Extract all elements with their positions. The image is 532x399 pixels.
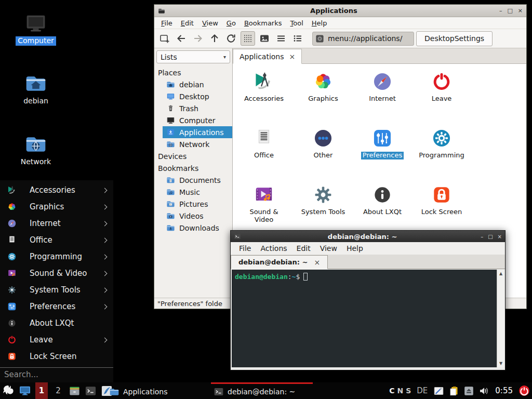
fm-menu-bookmarks[interactable]: Bookmarks [240, 18, 286, 28]
app-folder-preferences[interactable]: Preferences [353, 127, 412, 183]
scroll-up-icon[interactable]: ▲ [499, 271, 502, 276]
fm-titlebar[interactable]: Applications – □ × [154, 5, 526, 17]
sidebar-item-videos[interactable]: Videos [163, 210, 232, 222]
address-bar[interactable]: menu://applications/ [312, 32, 414, 46]
scroll-down-icon[interactable]: ▼ [499, 361, 502, 366]
tree-header-devices[interactable]: Devices [154, 150, 232, 162]
tray-removable-media[interactable] [463, 385, 474, 396]
desktop[interactable]: Computer debian Network Applications – □… [0, 0, 532, 399]
view-compact-button[interactable] [274, 31, 288, 46]
minimize-button[interactable]: – [481, 234, 483, 240]
tray-volume[interactable] [478, 385, 489, 396]
app-folder-leave[interactable]: Leave [412, 70, 471, 127]
app-folder-programming[interactable]: Programming [412, 127, 471, 183]
sidebar-item-music[interactable]: Music [163, 186, 232, 198]
system-tools-icon [7, 285, 17, 295]
sidebar-item-label: Videos [179, 212, 204, 220]
workspace-2[interactable]: 2 [52, 382, 64, 399]
sidebar-item-downloads[interactable]: Downloads [163, 222, 232, 234]
menu-item-label: Sound & Video [30, 269, 87, 278]
sidebar-item-label: debian [179, 81, 204, 89]
sidebar-item-trash[interactable]: Trash [163, 102, 232, 114]
fm-menu-help[interactable]: Help [308, 18, 331, 28]
minimize-button[interactable]: – [499, 7, 502, 14]
back-button[interactable] [174, 31, 189, 46]
terminal-tab[interactable]: debian@debian: ~ × [231, 255, 328, 269]
terminal-scrollbar[interactable]: ▲ ▼ [497, 270, 504, 367]
menu-item-preferences[interactable]: Preferences [0, 298, 113, 315]
app-folder-accessories[interactable]: Accessories [234, 70, 294, 127]
view-icons-button[interactable] [241, 31, 255, 46]
sidebar-item-debian[interactable]: debian [163, 78, 232, 90]
app-folder-other[interactable]: Other [294, 127, 353, 183]
fm-menu-go[interactable]: Go [222, 18, 240, 28]
desktop-icon-network[interactable]: Network [10, 132, 62, 167]
workspace-1[interactable]: 1 [35, 382, 48, 399]
leave-button[interactable] [518, 385, 530, 396]
task-button-0[interactable]: Applications [107, 382, 208, 399]
sidebar-item-pictures[interactable]: Pictures [163, 198, 232, 210]
tab-close-icon[interactable]: × [314, 258, 320, 267]
menu-item-sound-video[interactable]: Sound & Video [0, 265, 113, 282]
tab-close-icon[interactable]: × [289, 52, 296, 61]
launcher-qterminal[interactable] [85, 385, 97, 397]
menu-item-lock-screen[interactable]: Lock Screen [0, 348, 113, 365]
reload-button[interactable] [224, 31, 238, 46]
tree-header-places[interactable]: Places [154, 66, 232, 78]
menu-item-accessories[interactable]: Accessories [0, 182, 113, 198]
terminal-menu-edit[interactable]: Edit [292, 243, 315, 254]
view-detailed-button[interactable] [290, 31, 305, 46]
terminal-titlebar[interactable]: debian@debian: ~ – □ × [231, 231, 505, 242]
terminal-screen[interactable]: debian@debian:~$ [232, 270, 497, 367]
menu-item-internet[interactable]: Internet [0, 215, 113, 232]
app-folder-office[interactable]: Office [234, 127, 294, 183]
terminal-menu-file[interactable]: File [234, 243, 256, 254]
menu-item-office[interactable]: Office [0, 232, 113, 248]
other-icon [312, 127, 335, 150]
menu-item-system-tools[interactable]: System Tools [0, 282, 113, 298]
start-menu-button[interactable] [2, 384, 15, 397]
menu-item-about[interactable]: About LXQt [0, 315, 113, 331]
up-button[interactable] [207, 31, 222, 46]
terminal-menu-actions[interactable]: Actions [256, 243, 291, 254]
tab-applications[interactable]: Applications × [233, 49, 302, 64]
keyboard-layout[interactable]: DE [417, 386, 428, 395]
terminal-menu-view[interactable]: View [315, 243, 342, 254]
terminal-menu-help[interactable]: Help [342, 243, 368, 254]
sidebar-item-documents[interactable]: Documents [163, 174, 232, 186]
tray-screengrab[interactable] [433, 385, 444, 396]
view-thumbnails-button[interactable] [257, 31, 272, 46]
desktop-icon-computer[interactable]: Computer [10, 11, 62, 46]
menu-item-graphics[interactable]: Graphics [0, 198, 113, 215]
maximize-button[interactable]: □ [488, 234, 493, 240]
app-folder-graphics[interactable]: Graphics [294, 70, 353, 127]
menu-item-leave[interactable]: Leave [0, 331, 113, 348]
sidebar-mode-select[interactable]: Lists ▾ [156, 50, 230, 63]
fm-menu-file[interactable]: File [157, 18, 177, 28]
close-button[interactable]: × [498, 234, 502, 240]
desktop-settings-button[interactable]: DesktopSettings [416, 31, 493, 46]
sidebar-item-applications[interactable]: Applications [163, 126, 232, 138]
tree-header-bookmarks[interactable]: Bookmarks [154, 162, 232, 174]
menu-search-input[interactable]: Search... [0, 367, 113, 382]
launcher-pcmanfm[interactable] [69, 385, 81, 397]
task-button-1[interactable]: debian@debian: ~ [211, 382, 313, 399]
menu-item-label: Preferences [30, 302, 75, 311]
sidebar-item-network[interactable]: Network [163, 138, 232, 150]
show-desktop-button[interactable] [19, 384, 31, 397]
tray-clipboard[interactable] [448, 385, 459, 396]
fm-menu-view[interactable]: View [198, 18, 222, 28]
forward-button[interactable] [191, 31, 205, 46]
fm-menu-edit[interactable]: Edit [177, 18, 198, 28]
sidebar-item-computer[interactable]: Computer [163, 114, 232, 126]
desktop-icon-debian[interactable]: debian [10, 72, 62, 106]
menu-item-programming[interactable]: Programming [0, 248, 113, 265]
sidebar-item-desktop[interactable]: Desktop [163, 90, 232, 102]
maximize-button[interactable]: □ [507, 7, 512, 14]
clock[interactable]: 0:55 [495, 386, 513, 395]
folder-documents-icon [166, 176, 175, 184]
app-folder-internet[interactable]: Internet [353, 70, 412, 127]
new-tab-button[interactable] [157, 31, 172, 46]
close-button[interactable]: × [518, 7, 523, 14]
fm-menu-tool[interactable]: Tool [286, 18, 308, 28]
